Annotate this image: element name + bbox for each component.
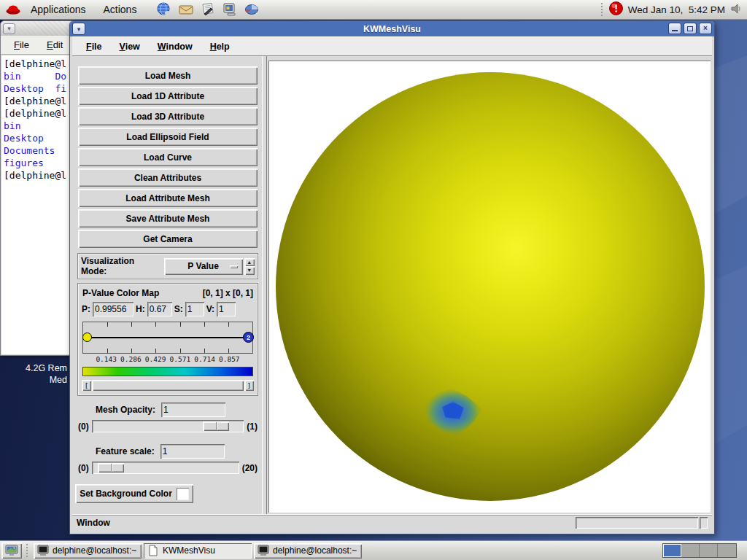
feature-scale-slider-thumb[interactable] (98, 463, 124, 472)
workspace-4[interactable] (718, 544, 736, 557)
writer-launcher-icon[interactable] (199, 1, 216, 18)
taskbar-handle[interactable] (26, 543, 29, 559)
web-browser-launcher-icon[interactable] (155, 1, 172, 18)
feature-max-label: (20) (242, 463, 258, 473)
load-1d-attribute-button[interactable]: Load 1D Attribute (78, 87, 258, 105)
v-value-field[interactable] (217, 302, 236, 316)
colormap-gradient-bar (82, 367, 253, 376)
terminal-menu-edit[interactable]: Edit (39, 38, 70, 52)
email-launcher-icon[interactable] (177, 1, 194, 18)
taskbar-item-label: delphine@localhost:~ (53, 545, 136, 556)
canvas-tick-mark (107, 349, 108, 353)
colormap-scrollbar[interactable]: [ ] (82, 380, 254, 391)
spinner-up-icon[interactable]: ▲ (244, 258, 255, 267)
window-list: delphine@localhost:~KWMeshVisudelphine@l… (34, 543, 362, 559)
action-button-stack: Load MeshLoad 1D AttributeLoad 3D Attrib… (78, 66, 258, 248)
workspace-2[interactable] (681, 544, 700, 557)
load-mesh-button[interactable]: Load Mesh (78, 66, 258, 85)
alert-notifier-icon[interactable] (608, 1, 624, 18)
colormap-right-handle[interactable]: 2 (243, 332, 254, 343)
visualization-mode-spinner: ▲ ▼ (244, 258, 255, 275)
load-3d-attribute-button[interactable]: Load 3D Attribute (78, 107, 258, 125)
feature-scale-label: Feature scale: (96, 446, 155, 456)
mesh-opacity-slider-thumb[interactable] (203, 421, 229, 431)
app-menubar: FileViewWindowHelp (72, 36, 712, 56)
status-label: Window (77, 518, 110, 528)
scrollbar-thumb[interactable] (92, 380, 244, 391)
canvas-tick-mark (204, 349, 205, 353)
canvas-tick-mark (228, 322, 229, 327)
taskbar-item-label: delphine@localhost:~ (273, 545, 357, 556)
close-button[interactable]: × (699, 23, 712, 34)
app-menu-window[interactable]: Window (151, 39, 199, 54)
mesh-opacity-field[interactable] (161, 402, 225, 417)
panel-applet-handle[interactable] (600, 2, 604, 18)
desktop-icon-label[interactable]: 4.2G Rem Med (0, 362, 67, 386)
canvas-tick-mark (131, 349, 132, 353)
mesh-opacity-slider[interactable] (92, 420, 244, 432)
workspace-1[interactable] (663, 544, 681, 557)
pvalue-colormap-frame: P-Value Color Map [0, 1] x [0, 1] P: H: … (78, 284, 258, 395)
minimize-button[interactable] (668, 23, 681, 34)
volume-icon[interactable] (729, 2, 743, 18)
app-menu-help[interactable]: Help (204, 39, 236, 54)
feature-scale-slider[interactable] (92, 462, 239, 474)
s-value-field[interactable] (185, 302, 204, 316)
set-background-color-button[interactable]: Set Background Color (75, 484, 193, 503)
workspace-3[interactable] (700, 544, 718, 557)
taskbar-item-kwmeshvisu[interactable]: KWMeshVisu (144, 543, 252, 559)
menu-actions[interactable]: Actions (95, 0, 146, 19)
scrollbar-right-arrow-icon[interactable]: ] (244, 380, 254, 391)
clock-applet[interactable]: Wed Jan 10, 5:42 PM (628, 4, 725, 15)
taskbar-item-delphine-localhost-[interactable]: delphine@localhost:~ (254, 543, 362, 559)
redhat-menu-icon[interactable] (4, 1, 22, 18)
mesh-sphere (276, 72, 705, 501)
kwmeshvisu-window: ▾ KWMeshVisu × FileViewWindowHelp Load M… (69, 20, 715, 534)
app-titlebar[interactable]: ▾ KWMeshVisu × (70, 21, 714, 36)
save-attribute-mesh-button[interactable]: Save Attribute Mesh (78, 209, 258, 228)
load-ellipsoid-field-button[interactable]: Load Ellipsoid Field (78, 128, 258, 146)
canvas-tick-mark (180, 322, 181, 327)
screenshot-launcher-icon[interactable] (221, 1, 238, 18)
set-background-color-label: Set Background Color (80, 489, 172, 499)
app-menu-file[interactable]: File (80, 39, 109, 54)
colormap-left-handle[interactable] (82, 332, 92, 342)
p-value-field[interactable] (93, 302, 133, 316)
top-panel: Applications Actions (0, 0, 747, 20)
render-viewport[interactable] (268, 61, 711, 513)
h-value-field[interactable] (147, 302, 172, 316)
visualization-mode-dropdown[interactable]: P Value (164, 258, 243, 275)
show-desktop-button[interactable] (1, 542, 22, 559)
colormap-point-canvas[interactable]: 2 (82, 322, 253, 354)
get-camera-button[interactable]: Get Camera (78, 230, 258, 248)
desktop-icon-label-line2: Med (0, 374, 67, 386)
tick-label: 0.714 (194, 355, 215, 363)
app-content: Load MeshLoad 1D AttributeLoad 3D Attrib… (72, 56, 712, 514)
app-window-menu-icon[interactable]: ▾ (72, 23, 85, 35)
clean-attributes-button[interactable]: Clean Attributes (78, 168, 258, 187)
terminal-menu-file[interactable]: File (7, 38, 36, 52)
terminal-window-menu-icon[interactable]: ▾ (3, 23, 15, 34)
spinner-down-icon[interactable]: ▼ (244, 266, 255, 275)
load-curve-button[interactable]: Load Curve (78, 148, 258, 166)
load-attribute-mesh-button[interactable]: Load Attribute Mesh (78, 189, 258, 207)
maximize-button[interactable] (684, 23, 697, 34)
s-label: S: (174, 304, 183, 314)
colormap-range: [0, 1] x [0, 1] (203, 288, 253, 298)
taskbar-item-delphine-localhost-[interactable]: delphine@localhost:~ (34, 543, 142, 559)
taskbar-item-label: KWMeshVisu (163, 545, 215, 556)
system-monitor-launcher-icon[interactable] (243, 1, 260, 18)
menu-applications[interactable]: Applications (22, 0, 95, 19)
p-label: P: (82, 304, 90, 314)
feature-min-label: (0) (78, 463, 89, 473)
paned-window-sash[interactable] (262, 56, 267, 514)
visualization-mode-label: Visualization Mode: (81, 256, 160, 276)
tick-label: 0.286 (120, 355, 142, 363)
app-menu-view[interactable]: View (113, 39, 147, 54)
colormap-tick-labels: 0.1430.2860.4290.5710.7140.857 (82, 355, 254, 365)
control-panel: Load MeshLoad 1D AttributeLoad 3D Attrib… (74, 56, 260, 514)
taskbar: delphine@localhost:~KWMeshVisudelphine@l… (0, 540, 747, 560)
canvas-tick-mark (228, 349, 229, 353)
feature-scale-field[interactable] (160, 444, 225, 459)
scrollbar-left-arrow-icon[interactable]: [ (82, 380, 91, 391)
